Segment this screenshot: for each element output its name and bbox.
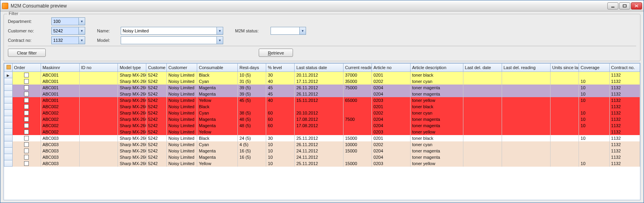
table-row[interactable]: ABC003Sharp MX-2665242Noisy LimitedCyan4… (4, 141, 640, 148)
department-combo[interactable]: 100 ▼ (51, 17, 85, 25)
model-combo[interactable]: ▼ (121, 36, 223, 44)
column-header[interactable]: % level (266, 64, 295, 72)
table-row[interactable]: ▶ABC001Sharp MX-2665242Noisy LimitedBlac… (4, 72, 640, 78)
table-row[interactable]: ABC002Sharp MX-2665242Noisy LimitedMagen… (4, 116, 640, 122)
cell-rest (238, 129, 266, 135)
column-header[interactable]: Order (12, 64, 41, 72)
column-header[interactable]: Coverage (579, 64, 609, 72)
cell-model: Sharp MX-266 (118, 91, 146, 97)
titlebar[interactable]: M2M Consumable preview (0, 0, 644, 11)
column-header[interactable]: Article description (410, 64, 463, 72)
customer-no-combo[interactable]: 5242 ▼ (51, 27, 85, 35)
cell-ldr (502, 97, 551, 103)
order-checkbox[interactable] (24, 130, 29, 134)
column-header[interactable]: Custome (146, 64, 167, 72)
row-selector[interactable] (4, 116, 13, 122)
row-selector[interactable]: ▶ (4, 72, 13, 78)
cell-con: 1132 (609, 116, 640, 122)
table-row[interactable]: ABC003Sharp MX-2665242Noisy LimitedMagen… (4, 148, 640, 154)
cell-lvl: 60 (266, 122, 295, 129)
column-header[interactable]: Current reading (343, 64, 372, 72)
order-cell (12, 110, 41, 116)
minimize-button[interactable] (607, 2, 618, 9)
cell-artd: toner black (410, 135, 463, 141)
table-row[interactable]: ABC001Sharp MX-2665242Noisy LimitedYello… (4, 97, 640, 103)
cell-cust: Noisy Limited (166, 72, 197, 78)
table-row[interactable]: ABC001Sharp MX-2665242Noisy LimitedCyan3… (4, 78, 640, 85)
table-row[interactable]: ABC003Sharp MX-2665242Noisy LimitedYello… (4, 160, 640, 167)
column-header[interactable]: Model type (118, 64, 146, 72)
maximize-button[interactable] (619, 2, 630, 9)
cell-cust: Noisy Limited (166, 160, 197, 167)
m2m-status-combo[interactable]: ▼ (271, 27, 306, 35)
cell-ldd (463, 122, 502, 129)
row-selector[interactable] (4, 97, 13, 103)
row-selector[interactable] (4, 160, 13, 167)
column-header[interactable]: Article no (372, 64, 411, 72)
data-grid[interactable]: OrderMaskinnrID noModel typeCustomeCusto… (4, 63, 640, 200)
cell-lsd: 15.11.2012 (295, 97, 343, 103)
cell-art: 0203 (372, 129, 411, 135)
row-selector[interactable] (4, 135, 13, 141)
order-checkbox[interactable] (24, 148, 29, 153)
column-header[interactable]: Contract no. (609, 64, 640, 72)
cell-cons: Magenta (197, 154, 238, 160)
column-header[interactable]: ID no (79, 64, 118, 72)
column-header[interactable]: Maskinnr (41, 64, 79, 72)
cell-lsd: 24.11.2012 (295, 154, 343, 160)
cell-ldr (502, 91, 551, 97)
cell-art: 0203 (372, 160, 411, 167)
contract-no-combo[interactable]: 1132 ▼ (51, 36, 85, 44)
order-checkbox[interactable] (24, 92, 29, 96)
column-header[interactable]: Last del. date (463, 64, 502, 72)
row-selector[interactable] (4, 141, 13, 148)
column-header[interactable]: Last status date (295, 64, 343, 72)
order-checkbox[interactable] (24, 111, 29, 115)
table-row[interactable]: ABC001Sharp MX-2665242Noisy LimitedMagen… (4, 85, 640, 91)
order-checkbox[interactable] (24, 161, 29, 166)
svg-rect-4 (7, 65, 11, 69)
table-row[interactable]: ABC003Sharp MX-2665242Noisy LimitedMagen… (4, 154, 640, 160)
column-header[interactable]: Customer (166, 64, 197, 72)
order-checkbox[interactable] (24, 117, 29, 122)
table-row[interactable]: ABC001Sharp MX-2665242Noisy LimitedMagen… (4, 91, 640, 97)
table-row[interactable]: ABC002Sharp MX-2665242Noisy LimitedCyan3… (4, 110, 640, 116)
table-row[interactable]: ABC002Sharp MX-2665242Noisy LimitedBlack… (4, 103, 640, 110)
cell-con: 1132 (609, 122, 640, 129)
order-checkbox[interactable] (24, 104, 29, 109)
cell-ldr (502, 85, 551, 91)
row-selector[interactable] (4, 154, 13, 160)
column-header[interactable]: Last del. reading (502, 64, 551, 72)
row-selector[interactable] (4, 148, 13, 154)
column-header[interactable]: Units since last (551, 64, 579, 72)
order-checkbox[interactable] (24, 85, 29, 90)
order-checkbox[interactable] (24, 73, 29, 77)
order-checkbox[interactable] (24, 79, 29, 84)
close-button[interactable] (631, 2, 642, 9)
column-header[interactable] (4, 64, 13, 72)
table-row[interactable]: ABC002Sharp MX-2665242Noisy LimitedYello… (4, 129, 640, 135)
retrieve-button[interactable]: Retrieve (259, 49, 293, 57)
row-selector[interactable] (4, 78, 13, 85)
cell-maskinnr: ABC002 (41, 116, 79, 122)
table-row[interactable]: ABC002Sharp MX-2665242Noisy LimitedMagen… (4, 122, 640, 129)
row-selector[interactable] (4, 122, 13, 129)
table-row[interactable]: ABC003Sharp MX-2665242Noisy LimitedBlack… (4, 135, 640, 141)
cell-curr: 15000 (343, 148, 372, 154)
order-checkbox[interactable] (24, 155, 29, 160)
column-header[interactable]: Consumable (197, 64, 238, 72)
order-checkbox[interactable] (24, 98, 29, 103)
order-checkbox[interactable] (24, 123, 29, 128)
row-selector[interactable] (4, 103, 13, 110)
order-checkbox[interactable] (24, 142, 29, 147)
close-icon (635, 4, 638, 8)
row-selector[interactable] (4, 85, 13, 91)
column-header[interactable]: Rest-days (238, 64, 266, 72)
row-selector[interactable] (4, 91, 13, 97)
order-checkbox[interactable] (24, 136, 29, 141)
order-cell (12, 148, 41, 154)
name-combo[interactable]: Noisy Limited ▼ (121, 27, 223, 35)
row-selector[interactable] (4, 129, 13, 135)
row-selector[interactable] (4, 110, 13, 116)
clear-filter-button[interactable]: Clear filter (8, 49, 46, 57)
